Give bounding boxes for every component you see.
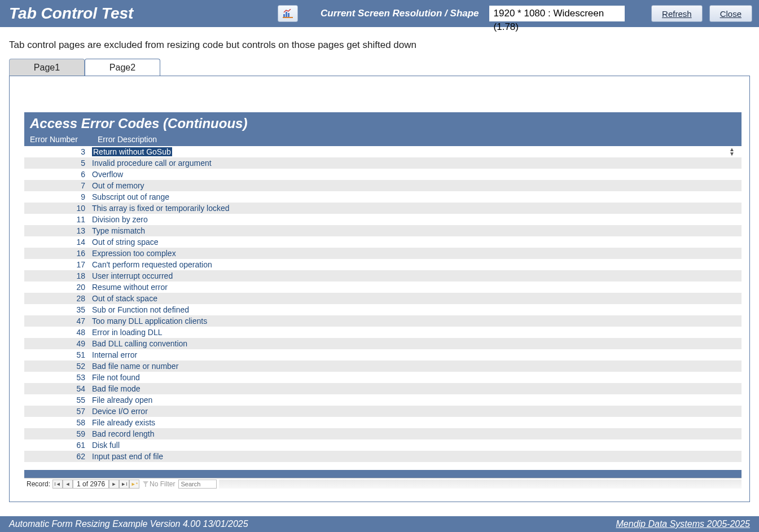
error-description: User interrupt occurred xyxy=(92,271,736,280)
table-row[interactable]: 7Out of memory xyxy=(24,180,742,191)
table-row[interactable]: 35Sub or Function not defined xyxy=(24,304,742,315)
error-description: Return without GoSub xyxy=(92,147,728,156)
footer-link[interactable]: Mendip Data Systems 2005-2025 xyxy=(616,519,750,529)
recnav-new-button[interactable]: ►* xyxy=(129,480,139,489)
error-number: 54 xyxy=(24,384,92,393)
table-row[interactable]: 61Disk full xyxy=(24,439,742,451)
error-number: 57 xyxy=(24,407,92,416)
error-number: 20 xyxy=(24,283,92,292)
recnav-next-button[interactable]: ► xyxy=(109,480,119,489)
tab-page1[interactable]: Page1 xyxy=(9,59,85,76)
recnav-last-button[interactable]: ►I xyxy=(119,480,129,489)
table-row[interactable]: 51Internal error xyxy=(24,349,742,360)
subform-footer-bar xyxy=(24,470,742,478)
error-description: Division by zero xyxy=(92,215,736,224)
error-number: 3 xyxy=(24,147,92,156)
table-row[interactable]: 3Return without GoSub▲▼ xyxy=(24,146,742,157)
error-number: 47 xyxy=(24,316,92,326)
col-error-number[interactable]: Error Number xyxy=(30,135,98,144)
recnav-position[interactable]: 1 of 2976 xyxy=(73,480,109,489)
funnel-icon xyxy=(143,481,148,487)
info-note: Tab control pages are excluded from resi… xyxy=(0,27,759,59)
table-row[interactable]: 5Invalid procedure call or argument xyxy=(24,157,742,169)
table-row[interactable]: 11Division by zero xyxy=(24,214,742,225)
table-row[interactable]: 18User interrupt occurred xyxy=(24,270,742,282)
error-description: Subscript out of range xyxy=(92,192,736,201)
recnav-search-input[interactable] xyxy=(178,480,217,489)
error-description: Bad file mode xyxy=(92,384,736,393)
error-number: 13 xyxy=(24,226,92,235)
table-row[interactable]: 58File already exists xyxy=(24,417,742,428)
table-row[interactable]: 14Out of string space xyxy=(24,236,742,248)
app-title: Tab Control Test xyxy=(7,5,278,23)
table-row[interactable]: 6Overflow xyxy=(24,169,742,180)
error-description: Sub or Function not defined xyxy=(92,305,736,314)
error-number: 49 xyxy=(24,339,92,348)
error-number: 9 xyxy=(24,192,92,201)
error-description: Error in loading DLL xyxy=(92,328,736,337)
error-description: Out of stack space xyxy=(92,294,736,303)
recnav-scrollbar[interactable] xyxy=(219,480,742,489)
table-row[interactable]: 52Bad file name or number xyxy=(24,360,742,372)
tabstrip: Page1 Page2 xyxy=(0,59,759,76)
error-description: Bad DLL calling convention xyxy=(92,339,736,348)
table-row[interactable]: 20Resume without error xyxy=(24,282,742,293)
error-number: 11 xyxy=(24,215,92,224)
subform-title: Access Error Codes (Continuous) xyxy=(24,112,742,134)
footer-bar: Automatic Form Resizing Example Version … xyxy=(0,516,759,532)
error-number: 48 xyxy=(24,328,92,337)
table-row[interactable]: 49Bad DLL calling convention xyxy=(24,338,742,349)
error-number: 53 xyxy=(24,373,92,382)
error-description: File already open xyxy=(92,395,736,405)
table-row[interactable]: 9Subscript out of range xyxy=(24,191,742,203)
tab-page2[interactable]: Page2 xyxy=(85,59,160,76)
table-row[interactable]: 54Bad file mode xyxy=(24,383,742,394)
error-number: 52 xyxy=(24,362,92,371)
table-row[interactable]: 47Too many DLL application clients xyxy=(24,315,742,327)
error-description: Expression too complex xyxy=(92,249,736,258)
error-description: Disk full xyxy=(92,441,736,450)
table-row[interactable]: 55File already open xyxy=(24,394,742,406)
recnav-first-button[interactable]: I◄ xyxy=(52,480,63,489)
table-row[interactable]: 17Can't perform requested operation xyxy=(24,259,742,270)
recnav-filter[interactable]: No Filter xyxy=(139,480,178,488)
error-description: Out of string space xyxy=(92,238,736,247)
error-description: Type mismatch xyxy=(92,226,736,235)
resolution-label: Current Screen Resolution / Shape xyxy=(321,8,479,19)
error-number: 28 xyxy=(24,294,92,303)
table-row[interactable]: 13Type mismatch xyxy=(24,225,742,236)
error-number: 6 xyxy=(24,170,92,179)
close-button[interactable]: Close xyxy=(709,5,752,22)
table-row[interactable]: 10This array is fixed or temporarily loc… xyxy=(24,203,742,214)
error-description: Invalid procedure call or argument xyxy=(92,159,736,168)
table-row[interactable]: 62Input past end of file xyxy=(24,451,742,462)
recnav-prev-button[interactable]: ◄ xyxy=(63,480,73,489)
error-description: Can't perform requested operation xyxy=(92,260,736,269)
error-description: Out of memory xyxy=(92,181,736,190)
spin-icon[interactable]: ▲▼ xyxy=(728,147,736,156)
svg-rect-2 xyxy=(288,13,289,17)
table-row[interactable]: 48Error in loading DLL xyxy=(24,327,742,338)
error-description: File already exists xyxy=(92,418,736,427)
error-grid[interactable]: 3Return without GoSub▲▼5Invalid procedur… xyxy=(24,146,742,470)
chart-icon xyxy=(283,9,293,18)
subform-columns: Error Number Error Description xyxy=(24,134,742,146)
table-row[interactable]: 57Device I/O error xyxy=(24,406,742,417)
error-description: Overflow xyxy=(92,170,736,179)
footer-version: Automatic Form Resizing Example Version … xyxy=(9,519,248,529)
chart-button[interactable] xyxy=(278,5,298,22)
error-description: Internal error xyxy=(92,350,736,359)
table-row[interactable]: 16Expression too complex xyxy=(24,248,742,259)
error-number: 17 xyxy=(24,260,92,269)
error-number: 59 xyxy=(24,429,92,438)
error-number: 16 xyxy=(24,249,92,258)
col-error-description[interactable]: Error Description xyxy=(98,135,736,144)
table-row[interactable]: 28Out of stack space xyxy=(24,293,742,304)
error-description: Bad file name or number xyxy=(92,362,736,371)
refresh-button[interactable]: Refresh xyxy=(651,5,703,22)
error-number: 58 xyxy=(24,418,92,427)
table-row[interactable]: 53File not found xyxy=(24,372,742,383)
error-description: Resume without error xyxy=(92,283,736,292)
resolution-value[interactable]: 1920 * 1080 : Widescreen (1.78) xyxy=(489,6,625,21)
table-row[interactable]: 59Bad record length xyxy=(24,428,742,439)
